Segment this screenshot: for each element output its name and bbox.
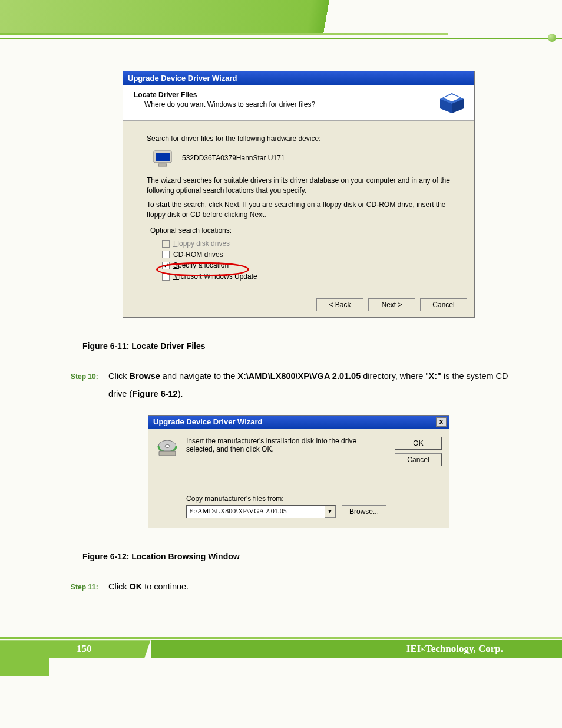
svg-rect-5 [156,153,170,161]
check-specify-label: Specify a location [173,261,229,271]
search-line: Search for driver files for the followin… [147,134,451,144]
checkbox-icon [162,251,170,258]
page-header-band [0,0,562,47]
next-button[interactable]: Next > [368,298,415,311]
dialog1-subheading: Where do you want Windows to search for … [144,100,432,108]
back-button[interactable]: < Back [316,298,363,311]
step-10-text: Click Browse and navigate to the X:\AMD\… [108,367,527,403]
step-11-label: Step 11: [71,578,108,595]
desc-2: To start the search, click Next. If you … [147,200,451,220]
checkbox-checked-icon: ✔ [162,262,170,269]
dialog1-heading: Locate Driver Files [134,91,432,99]
svg-rect-6 [158,164,167,166]
step-10-label: Step 10: [71,367,108,403]
device-name: 532DD36TA0379HannStar U171 [182,153,285,163]
check-specify[interactable]: ✔ Specify a location [162,260,451,271]
corp-name: IEI® Technology, Corp. [406,640,562,658]
close-button[interactable]: X [436,417,447,427]
dialog1-titlebar: Upgrade Device Driver Wizard [123,71,474,85]
check-cdrom-label: CD-ROM drives [173,250,223,260]
hardware-box-icon [438,91,466,114]
check-floppy[interactable]: Floppy disk drives [162,238,451,249]
checkbox-icon [162,273,170,281]
step-10-block: Step 10: Click Browse and navigate to th… [71,367,527,403]
upgrade-wizard-dialog-1: Upgrade Device Driver Wizard Locate Driv… [123,71,475,318]
cd-icon [157,437,178,458]
svg-rect-10 [159,451,176,456]
desc-1: The wizard searches for suitable drivers… [147,176,451,196]
page-footer: 150 IEI® Technology, Corp. [0,637,562,676]
optional-label: Optional search locations: [150,226,451,236]
copy-from-label: Copy manufacturer's files from: [186,495,386,503]
path-combobox[interactable]: ▼ [186,505,336,518]
checkbox-icon [162,240,170,248]
cancel-button-2[interactable]: Cancel [395,453,442,466]
dialog1-header-area: Locate Driver Files Where do you want Wi… [123,85,474,121]
upgrade-wizard-dialog-2: Upgrade Device Driver Wizard X Insert th… [148,415,449,528]
ok-button[interactable]: OK [395,437,442,450]
check-msupdate[interactable]: Microsoft Windows Update [162,271,451,282]
cancel-button[interactable]: Cancel [420,298,467,311]
svg-point-9 [165,444,170,447]
check-floppy-label: Floppy disk drives [173,239,230,249]
check-msupdate-label: Microsoft Windows Update [173,272,257,282]
monitor-icon [153,150,174,167]
page-number: 150 [0,640,151,658]
step-11-text: Click OK to continue. [108,578,527,595]
dropdown-arrow-icon[interactable]: ▼ [325,506,335,518]
page-body: Upgrade Device Driver Wizard Locate Driv… [0,47,562,619]
path-input[interactable] [187,506,325,517]
browse-button[interactable]: Browse... [342,505,386,518]
step-11-block: Step 11: Click OK to continue. [71,578,527,595]
check-cdrom[interactable]: CD-ROM drives [162,249,451,261]
figure-caption-1: Figure 6-11: Locate Driver Files [82,341,527,351]
figure-caption-2: Figure 6-12: Location Browsing Window [82,552,527,561]
dialog2-title: Upgrade Device Driver Wizard [153,417,263,426]
dialog2-instruction: Insert the manufacturer's installation d… [186,437,386,453]
